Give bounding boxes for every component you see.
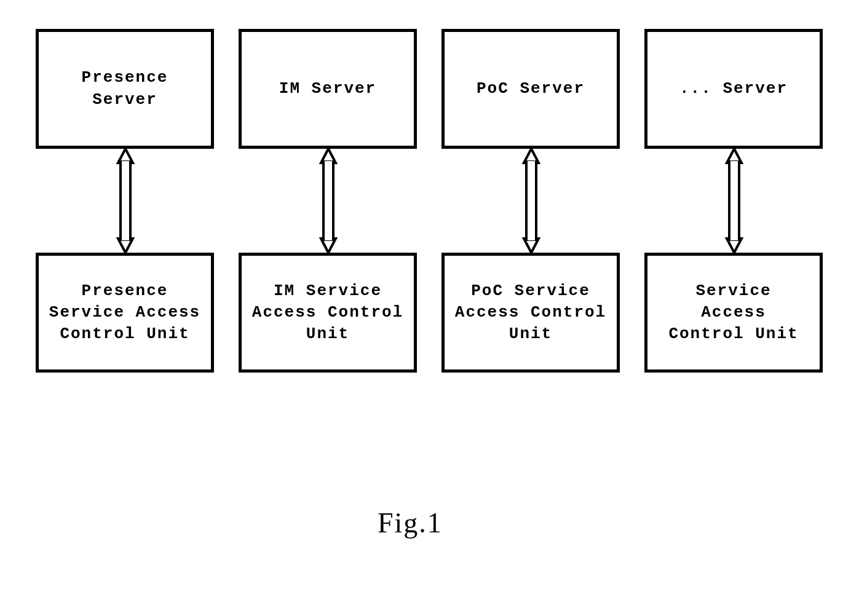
svg-rect-8 [325, 161, 332, 165]
svg-rect-12 [526, 162, 536, 240]
server-box-presence: Presence Server [36, 29, 214, 149]
svg-rect-17 [729, 162, 739, 240]
svg-rect-3 [122, 161, 129, 165]
control-unit-box-presence: Presence Service Access Control Unit [36, 253, 214, 373]
svg-rect-4 [122, 237, 129, 240]
bidirectional-arrow-icon [115, 149, 136, 253]
server-box-im: IM Server [239, 29, 417, 149]
control-unit-box-generic: Service Access Control Unit [644, 253, 823, 373]
svg-rect-9 [325, 237, 332, 240]
svg-rect-13 [528, 161, 535, 165]
bidirectional-arrow-icon [724, 149, 745, 253]
svg-rect-18 [730, 161, 738, 165]
figure-label: Fig.1 [378, 507, 443, 539]
bidirectional-arrow-icon [521, 149, 542, 253]
diagram-canvas: Presence Server Presence Service Access … [0, 0, 859, 616]
bidirectional-arrow-icon [318, 149, 339, 253]
svg-rect-14 [528, 237, 535, 240]
svg-rect-2 [121, 162, 130, 240]
control-unit-box-im: IM Service Access Control Unit [239, 253, 417, 373]
svg-rect-19 [730, 237, 738, 240]
server-box-poc: PoC Server [441, 29, 620, 149]
svg-rect-7 [323, 162, 333, 240]
control-unit-box-poc: PoC Service Access Control Unit [441, 253, 620, 373]
server-box-generic: ... Server [644, 29, 823, 149]
